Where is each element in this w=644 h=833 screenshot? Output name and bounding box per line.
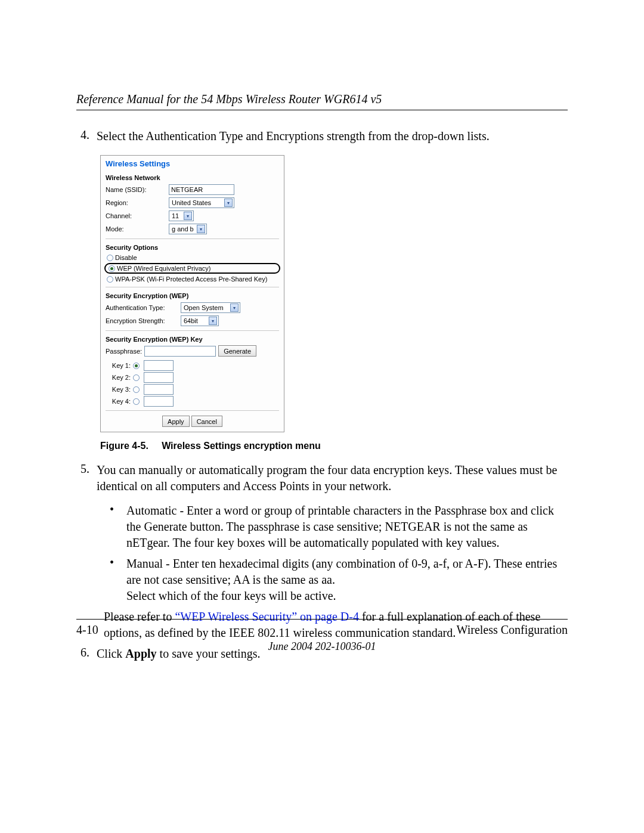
- passphrase-label: Passphrase:: [106, 348, 142, 355]
- option-label-disable: Disable: [115, 254, 137, 261]
- radio-icon: [107, 276, 113, 283]
- key3-label: Key 3:: [106, 386, 131, 393]
- key2-input[interactable]: [144, 372, 174, 383]
- step-5-bullet-manual: Manual - Enter ten hexadecimal digits (a…: [126, 556, 568, 604]
- chevron-down-icon: ▾: [209, 317, 217, 325]
- channel-value: 11: [172, 212, 179, 219]
- key3-input[interactable]: [144, 384, 174, 395]
- footer-date: June 2004 202-10036-01: [0, 640, 644, 653]
- chevron-down-icon: ▾: [197, 225, 205, 233]
- auth-type-label: Authentication Type:: [106, 304, 177, 311]
- key1-label: Key 1:: [106, 362, 131, 369]
- channel-select[interactable]: 11 ▾: [169, 210, 194, 221]
- step-number: 4.: [76, 128, 97, 144]
- key2-radio[interactable]: [133, 374, 140, 381]
- enc-strength-value: 64bit: [184, 317, 198, 324]
- key1-radio[interactable]: [133, 363, 140, 369]
- section-security-options: Security Options: [106, 244, 279, 251]
- region-value: United States: [172, 199, 211, 206]
- channel-label: Channel:: [106, 212, 165, 219]
- bullet-icon: •: [110, 503, 126, 551]
- chevron-down-icon: ▾: [224, 199, 233, 207]
- enc-strength-label: Encryption Strength:: [106, 317, 177, 324]
- running-header: Reference Manual for the 54 Mbps Wireles…: [76, 92, 568, 110]
- radio-icon: [109, 265, 115, 272]
- security-option-wpa[interactable]: WPA-PSK (Wi-Fi Protected Access Pre-Shar…: [106, 275, 279, 283]
- ssid-label: Name (SSID):: [106, 186, 165, 193]
- key4-input[interactable]: [144, 396, 174, 407]
- generate-button[interactable]: Generate: [218, 345, 256, 357]
- radio-icon: [107, 255, 113, 261]
- wireless-settings-screenshot: Wireless Settings Wireless Network Name …: [100, 155, 284, 432]
- security-option-wep[interactable]: WEP (Wired Equivalent Privacy): [104, 263, 280, 274]
- chevron-down-icon: ▾: [184, 212, 192, 220]
- step-4-text: Select the Authentication Type and Encry…: [97, 128, 568, 144]
- mode-select[interactable]: g and b ▾: [169, 224, 207, 234]
- panel-title: Wireless Settings: [106, 159, 279, 168]
- key3-radio[interactable]: [133, 386, 140, 393]
- mode-value: g and b: [172, 225, 194, 233]
- figure-number: Figure 4-5.: [100, 441, 148, 451]
- region-select[interactable]: United States ▾: [169, 197, 234, 208]
- step-number: 5.: [76, 462, 97, 494]
- mode-label: Mode:: [106, 225, 165, 233]
- key2-label: Key 2:: [106, 374, 131, 381]
- footer-page-number: 4-10: [76, 623, 98, 637]
- security-option-disable[interactable]: Disable: [106, 253, 279, 262]
- step-5-bullet-automatic: Automatic - Enter a word or group of pri…: [126, 503, 568, 551]
- key4-radio[interactable]: [133, 398, 140, 405]
- auth-type-select[interactable]: Open System ▾: [181, 302, 240, 313]
- ssid-input[interactable]: [169, 184, 234, 195]
- bullet-icon: •: [110, 556, 126, 604]
- chevron-down-icon: ▾: [230, 304, 239, 312]
- enc-strength-select[interactable]: 64bit ▾: [181, 315, 219, 326]
- auth-type-value: Open System: [184, 304, 224, 311]
- option-label-wep: WEP (Wired Equivalent Privacy): [117, 265, 211, 272]
- apply-button[interactable]: Apply: [162, 416, 190, 427]
- section-wireless-network: Wireless Network: [106, 174, 279, 181]
- option-label-wpa: WPA-PSK (Wi-Fi Protected Access Pre-Shar…: [115, 275, 267, 283]
- key4-label: Key 4:: [106, 398, 131, 405]
- region-label: Region:: [106, 199, 165, 206]
- passphrase-input[interactable]: [144, 346, 216, 357]
- section-encryption-wep: Security Encryption (WEP): [106, 292, 279, 299]
- key1-input[interactable]: [144, 360, 174, 371]
- footer-section-name: Wireless Configuration: [457, 623, 568, 637]
- figure-caption: Figure 4-5. Wireless Settings encryption…: [100, 441, 568, 451]
- figure-title: Wireless Settings encryption menu: [162, 441, 321, 451]
- section-encryption-key: Security Encryption (WEP) Key: [106, 336, 279, 343]
- step-5-text: You can manually or automatically progra…: [97, 462, 568, 494]
- cancel-button[interactable]: Cancel: [191, 416, 222, 427]
